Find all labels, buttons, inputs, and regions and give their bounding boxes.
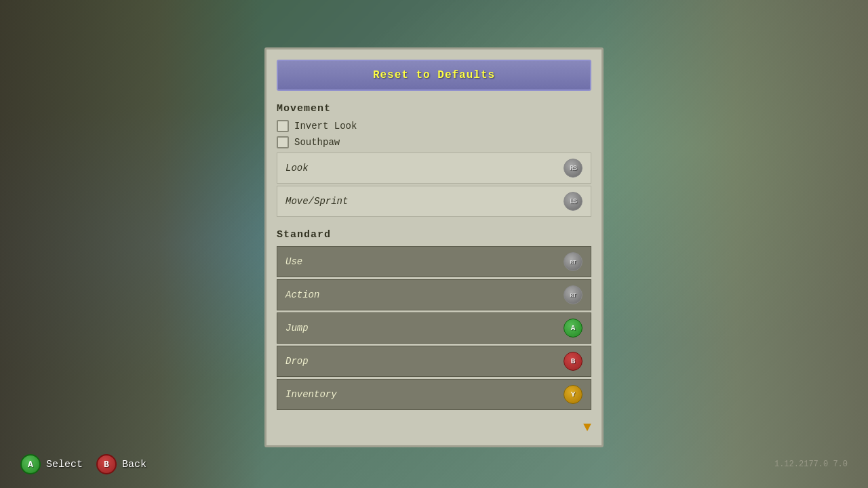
movement-section-label: Movement (277, 103, 591, 115)
invert-look-row[interactable]: Invert Look (277, 120, 591, 132)
use-binding-name: Use (285, 256, 302, 267)
southpaw-checkbox[interactable] (277, 136, 289, 148)
scroll-down-arrow-icon: ▼ (583, 420, 591, 435)
drop-badge: B (564, 352, 583, 371)
standard-section-label: Standard (277, 229, 591, 241)
select-control[interactable]: A Select (20, 454, 83, 474)
move-sprint-binding-name: Move/Sprint (285, 196, 348, 207)
y-icon: Y (571, 390, 576, 399)
bg-left-structure (0, 0, 264, 488)
action-badge: RT (564, 285, 583, 304)
rt-icon-2: RT (570, 292, 576, 298)
look-badge: RS (564, 159, 583, 178)
b-icon: B (571, 357, 576, 365)
back-control[interactable]: B Back (96, 454, 146, 474)
invert-look-checkbox[interactable] (277, 120, 289, 132)
a-icon: A (571, 324, 576, 332)
southpaw-label: Southpaw (294, 137, 340, 148)
ls-icon: LS (570, 198, 576, 205)
inventory-binding-row[interactable]: Inventory Y (277, 379, 591, 410)
b-button-icon: B (96, 454, 117, 474)
southpaw-row[interactable]: Southpaw (277, 136, 591, 148)
back-label: Back (122, 459, 146, 470)
jump-binding-row[interactable]: Jump A (277, 312, 591, 344)
bottom-bar: A Select B Back 1.12.2177.0 7.0 (20, 454, 848, 474)
look-binding-row[interactable]: Look RS (277, 152, 591, 184)
move-sprint-badge: LS (564, 192, 583, 211)
settings-dialog: Reset to Defaults Movement Invert Look S… (264, 47, 604, 447)
drop-binding-name: Drop (285, 356, 309, 367)
use-binding-row[interactable]: Use RT (277, 246, 591, 277)
action-binding-row[interactable]: Action RT (277, 279, 591, 310)
version-text: 1.12.2177.0 7.0 (774, 460, 848, 469)
move-sprint-binding-row[interactable]: Move/Sprint LS (277, 186, 591, 217)
rs-icon: RS (570, 165, 576, 172)
action-binding-name: Action (285, 289, 319, 300)
invert-look-label: Invert Look (294, 121, 357, 131)
drop-binding-row[interactable]: Drop B (277, 346, 591, 377)
jump-badge: A (564, 319, 583, 338)
select-label: Select (46, 459, 83, 470)
bg-right-structure (604, 0, 868, 488)
inventory-badge: Y (564, 385, 583, 404)
scroll-indicator: ▼ (277, 420, 591, 435)
movement-section: Movement Invert Look Southpaw Look RS Mo… (277, 103, 591, 219)
jump-binding-name: Jump (285, 323, 309, 333)
inventory-binding-name: Inventory (285, 389, 337, 400)
reset-defaults-button[interactable]: Reset to Defaults (277, 60, 591, 91)
rt-icon: RT (570, 259, 576, 265)
standard-section: Standard Use RT Action RT Jump A Drop (277, 229, 591, 414)
look-binding-name: Look (285, 163, 309, 174)
bottom-controls: A Select B Back (20, 454, 146, 474)
use-badge: RT (564, 252, 583, 271)
a-button-icon: A (20, 454, 41, 474)
